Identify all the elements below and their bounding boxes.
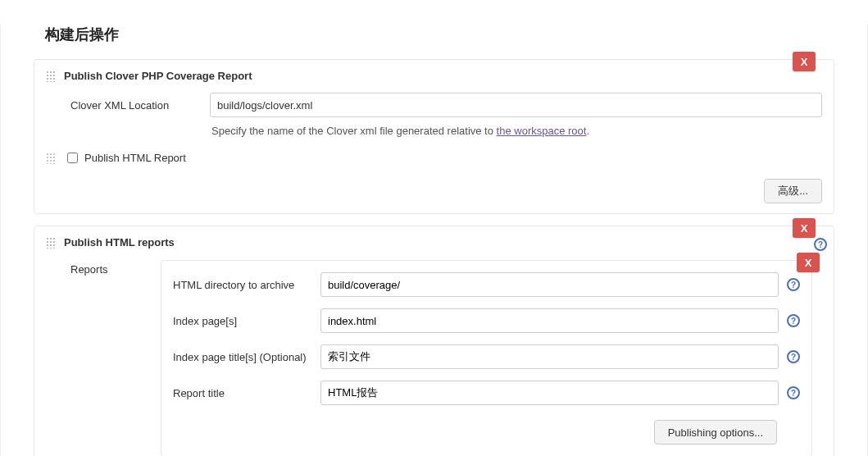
help-icon[interactable]: ? (787, 314, 800, 327)
help-icon[interactable]: ? (787, 278, 800, 291)
index-page-label: Index page[s] (173, 315, 320, 327)
reports-wrap: Reports X HTML directory to archive ? In… (34, 257, 834, 456)
close-x-label: X (801, 56, 808, 68)
clover-button-row: 高级... (34, 174, 834, 213)
reports-side-label: Reports (70, 260, 161, 456)
report-title-label: Report title (173, 387, 320, 399)
close-html-reports-button[interactable]: X (793, 218, 816, 238)
html-dir-input[interactable] (320, 272, 779, 297)
clover-xml-label: Clover XML Location (70, 99, 210, 112)
clover-header[interactable]: Publish Clover PHP Coverage Report (34, 60, 834, 90)
html-reports-block: X ? Publish HTML reports Reports X HTML … (34, 226, 834, 456)
publish-html-checkbox[interactable] (67, 153, 78, 163)
publish-html-row: Publish HTML Report (34, 145, 834, 174)
publish-html-label: Publish HTML Report (84, 152, 186, 164)
html-dir-row: HTML directory to archive ? (173, 272, 800, 297)
clover-xml-input[interactable] (210, 93, 822, 117)
help-icon[interactable]: ? (814, 238, 827, 251)
index-titles-label: Index page title[s] (Optional) (173, 351, 320, 363)
reports-inner: X HTML directory to archive ? Index page… (161, 260, 812, 456)
drag-handle-icon[interactable] (46, 153, 56, 164)
clover-hint: Specify the name of the Clover xml file … (211, 120, 834, 145)
help-icon[interactable]: ? (787, 350, 800, 363)
close-x-label: X (805, 257, 812, 269)
report-title-row: Report title ? (173, 381, 800, 405)
index-titles-input[interactable] (320, 344, 779, 369)
advanced-button[interactable]: 高级... (764, 179, 822, 203)
section-title: 构建后操作 (45, 25, 834, 44)
index-page-row: Index page[s] ? (173, 308, 800, 333)
html-dir-label: HTML directory to archive (173, 279, 320, 291)
close-x-label: X (801, 222, 808, 235)
close-reports-inner-button[interactable]: X (797, 253, 820, 272)
clover-block: X Publish Clover PHP Coverage Report Clo… (34, 59, 834, 214)
report-title-input[interactable] (320, 381, 779, 405)
clover-xml-row: Clover XML Location (34, 90, 834, 120)
publishing-options-row: Publishing options... (173, 420, 777, 445)
clover-hint-text: Specify the name of the Clover xml file … (211, 125, 497, 137)
html-reports-title: Publish HTML reports (64, 236, 175, 249)
index-page-input[interactable] (320, 308, 779, 333)
workspace-root-link[interactable]: the workspace root (497, 125, 587, 137)
index-titles-row: Index page title[s] (Optional) ? (173, 344, 800, 369)
help-icon[interactable]: ? (787, 386, 800, 399)
clover-title: Publish Clover PHP Coverage Report (64, 70, 252, 82)
postbuild-actions-page: 构建后操作 X Publish Clover PHP Coverage Repo… (0, 25, 868, 456)
drag-handle-icon[interactable] (46, 237, 56, 249)
close-clover-button[interactable]: X (793, 52, 816, 71)
drag-handle-icon[interactable] (46, 71, 56, 82)
publishing-options-button[interactable]: Publishing options... (654, 420, 777, 445)
html-reports-header[interactable]: Publish HTML reports (34, 226, 834, 257)
